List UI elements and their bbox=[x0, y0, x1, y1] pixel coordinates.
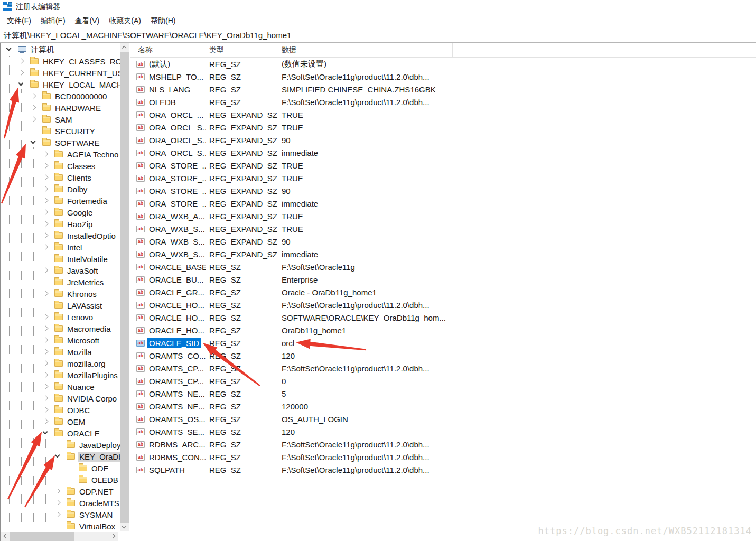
value-row-ora_store_...[interactable]: abORA_STORE_...REG_EXPAND_SZimmediate bbox=[130, 197, 756, 210]
value-row-oracle_gr...[interactable]: abORACLE_GR...REG_SZOracle - OraDb11g_ho… bbox=[130, 286, 756, 299]
expand-chevron-icon[interactable] bbox=[41, 220, 50, 228]
expand-chevron-icon[interactable] bbox=[17, 57, 25, 66]
value-row-oramts_ne...[interactable]: abORAMTS_NE...REG_SZ120000 bbox=[130, 400, 756, 413]
tree-item-fortemedia[interactable]: Fortemedia bbox=[1, 195, 120, 207]
value-row-ora_orcl_s...[interactable]: abORA_ORCL_S...REG_EXPAND_SZ90 bbox=[130, 134, 756, 146]
value-row-ora_store_...[interactable]: abORA_STORE_...REG_EXPAND_SZ90 bbox=[130, 184, 756, 197]
value-row-ora_orcl_s...[interactable]: abORA_ORCL_S...REG_EXPAND_SZTRUE bbox=[130, 121, 756, 134]
value-row-mshelp_to...[interactable]: abMSHELP_TO...REG_SZF:\SoftSet\Oracle11g… bbox=[130, 70, 756, 83]
tree-item-hkey_local_mach[interactable]: HKEY_LOCAL_MACH bbox=[1, 79, 120, 90]
tree-item-clients[interactable]: Clients bbox=[1, 172, 120, 183]
column-header-name[interactable]: 名称 bbox=[130, 43, 206, 57]
expand-chevron-icon[interactable] bbox=[41, 197, 50, 205]
tree-item-lavassist[interactable]: LAVAssist bbox=[1, 300, 120, 311]
value-row-ora_store_...[interactable]: abORA_STORE_...REG_EXPAND_SZTRUE bbox=[130, 159, 756, 172]
tree-item-sysman[interactable]: SYSMAN bbox=[1, 509, 120, 520]
tree-item-microsoft[interactable]: Microsoft bbox=[1, 334, 120, 346]
tree-item-mozilla.org[interactable]: mozilla.org bbox=[1, 358, 120, 369]
expand-chevron-icon[interactable] bbox=[53, 510, 62, 519]
expand-chevron-icon[interactable] bbox=[29, 115, 38, 124]
value-row-ora_orcl_...[interactable]: abORA_ORCL_...REG_EXPAND_SZTRUE bbox=[130, 108, 756, 121]
tree-item-bcd00000000[interactable]: BCD00000000 bbox=[1, 90, 120, 102]
tree-item-dolby[interactable]: Dolby bbox=[1, 183, 120, 195]
value-row-ora_orcl_s...[interactable]: abORA_ORCL_S...REG_EXPAND_SZimmediate bbox=[130, 146, 756, 159]
tree-item-intelvolatile[interactable]: IntelVolatile bbox=[1, 253, 120, 265]
tree-item-virtualbox[interactable]: VirtualBox bbox=[1, 520, 120, 531]
expand-chevron-icon[interactable] bbox=[41, 208, 50, 217]
expand-chevron-icon[interactable] bbox=[41, 173, 50, 182]
address-bar[interactable]: 计算机\HKEY_LOCAL_MACHINE\SOFTWARE\ORACLE\K… bbox=[0, 29, 756, 43]
tree-item-oledb[interactable]: OLEDB bbox=[1, 474, 120, 486]
expand-chevron-icon[interactable] bbox=[41, 359, 50, 368]
tree-item-khronos[interactable]: Khronos bbox=[1, 288, 120, 300]
expand-chevron-icon[interactable] bbox=[41, 231, 50, 240]
collapse-chevron-icon[interactable] bbox=[17, 80, 25, 89]
menu-item-f[interactable]: 文件(F) bbox=[2, 14, 36, 28]
expand-chevron-icon[interactable] bbox=[41, 348, 50, 356]
expand-chevron-icon[interactable] bbox=[41, 406, 50, 414]
value-row-ora_wxb_s...[interactable]: abORA_WXB_S...REG_EXPAND_SZimmediate bbox=[130, 248, 756, 260]
tree-item-oraclemts[interactable]: OracleMTS bbox=[1, 497, 120, 509]
expand-chevron-icon[interactable] bbox=[53, 499, 62, 507]
tree-item-intel[interactable]: Intel bbox=[1, 241, 120, 253]
scrollbar-thumb[interactable] bbox=[10, 532, 74, 541]
value-row-oracle_ho...[interactable]: abORACLE_HO...REG_SZF:\SoftSet\Oracle11g… bbox=[130, 299, 756, 311]
expand-chevron-icon[interactable] bbox=[41, 243, 50, 251]
expand-chevron-icon[interactable] bbox=[29, 104, 38, 112]
tree-item-security[interactable]: SECURITY bbox=[1, 125, 120, 137]
menu-item-v[interactable]: 查看(V) bbox=[70, 14, 105, 28]
tree-item-mozilla[interactable]: Mozilla bbox=[1, 346, 120, 358]
value-row-oracle_sid[interactable]: abORACLE_SIDREG_SZorcl bbox=[130, 337, 756, 349]
value-row-oramts_ne...[interactable]: abORAMTS_NE...REG_SZ5 bbox=[130, 387, 756, 400]
tree-item-hkey_classes_roo[interactable]: HKEY_CLASSES_ROO bbox=[1, 55, 120, 67]
collapse-chevron-icon[interactable] bbox=[41, 429, 50, 437]
value-row-ora_store_...[interactable]: abORA_STORE_...REG_EXPAND_SZTRUE bbox=[130, 172, 756, 184]
value-row-rdbms_con...[interactable]: abRDBMS_CON...REG_SZF:\SoftSet\Oracle11g… bbox=[130, 451, 756, 463]
tree-item-sam[interactable]: SAM bbox=[1, 114, 120, 125]
value-row-ora_wxb_s...[interactable]: abORA_WXB_S...REG_EXPAND_SZ90 bbox=[130, 235, 756, 248]
value-row-ora_wxb_a...[interactable]: abORA_WXB_A...REG_EXPAND_SZTRUE bbox=[130, 210, 756, 222]
menu-item-e[interactable]: 编辑(E) bbox=[36, 14, 70, 28]
scroll-down-button[interactable] bbox=[120, 523, 129, 531]
tree-item-installedoptio[interactable]: InstalledOptio bbox=[1, 230, 120, 241]
scroll-right-button[interactable] bbox=[109, 532, 118, 541]
expand-chevron-icon[interactable] bbox=[41, 371, 50, 379]
column-header-type[interactable]: 类型 bbox=[206, 43, 276, 57]
tree-vertical-scrollbar[interactable] bbox=[120, 43, 129, 531]
value-row-oracle_ho...[interactable]: abORACLE_HO...REG_SZSOFTWARE\ORACLE\KEY_… bbox=[130, 311, 756, 324]
expand-chevron-icon[interactable] bbox=[41, 290, 50, 298]
tree-item-hkey_current_use[interactable]: HKEY_CURRENT_USE bbox=[1, 67, 120, 79]
scroll-left-button[interactable] bbox=[1, 532, 10, 541]
value-row-oracle_base[interactable]: abORACLE_BASEREG_SZF:\SoftSet\Oracle11g bbox=[130, 260, 756, 273]
collapse-chevron-icon[interactable] bbox=[29, 138, 38, 147]
value-row-ora_wxb_s...[interactable]: abORA_WXB_S...REG_EXPAND_SZTRUE bbox=[130, 222, 756, 235]
tree-horizontal-scrollbar[interactable] bbox=[1, 532, 118, 541]
tree-item-jremetrics[interactable]: JreMetrics bbox=[1, 276, 120, 288]
tree-item-ageia-techno[interactable]: AGEIA Techno bbox=[1, 148, 120, 160]
value-row-oracle_ho...[interactable]: abORACLE_HO...REG_SZOraDb11g_home1 bbox=[130, 324, 756, 337]
expand-chevron-icon[interactable] bbox=[41, 417, 50, 426]
tree-item-lenovo[interactable]: Lenovo bbox=[1, 311, 120, 323]
value-row-oramts_co...[interactable]: abORAMTS_CO...REG_SZ120 bbox=[130, 349, 756, 362]
expand-chevron-icon[interactable] bbox=[41, 162, 50, 170]
tree-item-google[interactable]: Google bbox=[1, 207, 120, 218]
tree-item-ode[interactable]: ODE bbox=[1, 462, 120, 474]
tree-item-odp.net[interactable]: ODP.NET bbox=[1, 486, 120, 497]
tree-item-nuance[interactable]: Nuance bbox=[1, 381, 120, 393]
expand-chevron-icon[interactable] bbox=[17, 69, 25, 77]
tree-item-oracle[interactable]: ORACLE bbox=[1, 427, 120, 439]
expand-chevron-icon[interactable] bbox=[41, 150, 50, 158]
menu-item-h[interactable]: 帮助(H) bbox=[146, 14, 180, 28]
expand-chevron-icon[interactable] bbox=[29, 92, 38, 100]
value-row-oramts_cp...[interactable]: abORAMTS_CP...REG_SZF:\SoftSet\Oracle11g… bbox=[130, 362, 756, 375]
scroll-up-button[interactable] bbox=[120, 43, 129, 52]
expand-chevron-icon[interactable] bbox=[41, 324, 50, 333]
tree-item-nvidia-corpo[interactable]: NVIDIA Corpo bbox=[1, 393, 120, 404]
value-row-nls_lang[interactable]: abNLS_LANGREG_SZSIMPLIFIED CHINESE_CHINA… bbox=[130, 83, 756, 96]
expand-chevron-icon[interactable] bbox=[41, 313, 50, 321]
expand-chevron-icon[interactable] bbox=[41, 383, 50, 391]
tree-item-software[interactable]: SOFTWARE bbox=[1, 137, 120, 148]
tree-item-classes[interactable]: Classes bbox=[1, 160, 120, 172]
tree-item-haozip[interactable]: HaoZip bbox=[1, 218, 120, 230]
tree-item-javadeploy[interactable]: JavaDeploy bbox=[1, 439, 120, 451]
